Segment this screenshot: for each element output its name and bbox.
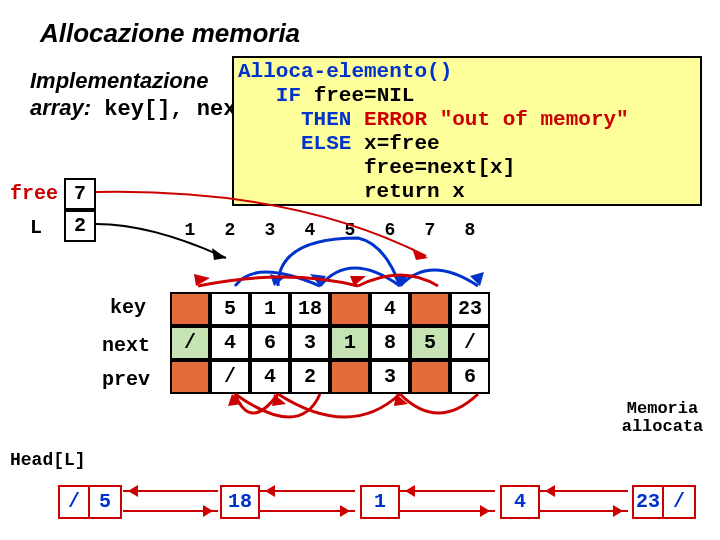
list-node-5: 23 / xyxy=(632,485,696,519)
svg-marker-9 xyxy=(212,248,226,260)
svg-marker-2 xyxy=(470,272,484,286)
memory-label: Memoriaallocata xyxy=(615,400,710,436)
next-array: / 4 6 3 1 8 5 / xyxy=(170,326,490,360)
list-node-2: 18 xyxy=(220,485,260,519)
subtitle-line1: Implementazione xyxy=(30,68,208,94)
arrow-fwd-3-4 xyxy=(400,510,495,512)
free-value: 7 xyxy=(64,178,96,210)
svg-marker-0 xyxy=(270,274,284,286)
svg-marker-8 xyxy=(394,394,408,406)
arrow-back-5-4 xyxy=(540,490,628,492)
prev-array: / 4 2 3 6 xyxy=(170,360,490,394)
svg-marker-5 xyxy=(194,274,210,286)
page-title: Allocazione memoria xyxy=(40,18,300,49)
list-node-4: 4 xyxy=(500,485,540,519)
prev-pointer-arrows xyxy=(170,392,500,452)
next-row-label: next xyxy=(102,334,150,357)
svg-marker-6 xyxy=(228,394,242,406)
arrow-fwd-4-5 xyxy=(540,510,628,512)
L-label: L xyxy=(30,216,42,239)
svg-marker-10 xyxy=(412,248,428,260)
svg-marker-3 xyxy=(310,274,326,286)
list-node-1: / 5 xyxy=(58,485,122,519)
arrow-back-4-3 xyxy=(400,490,495,492)
pseudocode-box: Alloca-elemento() IF free=NIL THEN ERROR… xyxy=(232,56,702,206)
svg-marker-4 xyxy=(350,276,366,286)
prev-row-label: prev xyxy=(102,368,150,391)
arrow-back-3-2 xyxy=(260,490,355,492)
key-array: 5 1 18 4 23 xyxy=(170,292,490,326)
subtitle-line2: array: key[], next xyxy=(30,95,250,122)
arrow-fwd-1-2 xyxy=(123,510,218,512)
L-value: 2 xyxy=(64,210,96,242)
key-row-label: key xyxy=(110,296,146,319)
svg-marker-1 xyxy=(392,274,408,286)
list-node-3: 1 xyxy=(360,485,400,519)
svg-marker-7 xyxy=(272,394,286,406)
index-row: 1 2 3 4 5 6 7 8 xyxy=(170,220,490,240)
array-pointer-arrows xyxy=(170,234,500,294)
arrow-back-2-1 xyxy=(123,490,218,492)
head-L-label: Head[L] xyxy=(10,450,86,470)
arrow-fwd-2-3 xyxy=(260,510,355,512)
free-label: free xyxy=(10,182,58,205)
